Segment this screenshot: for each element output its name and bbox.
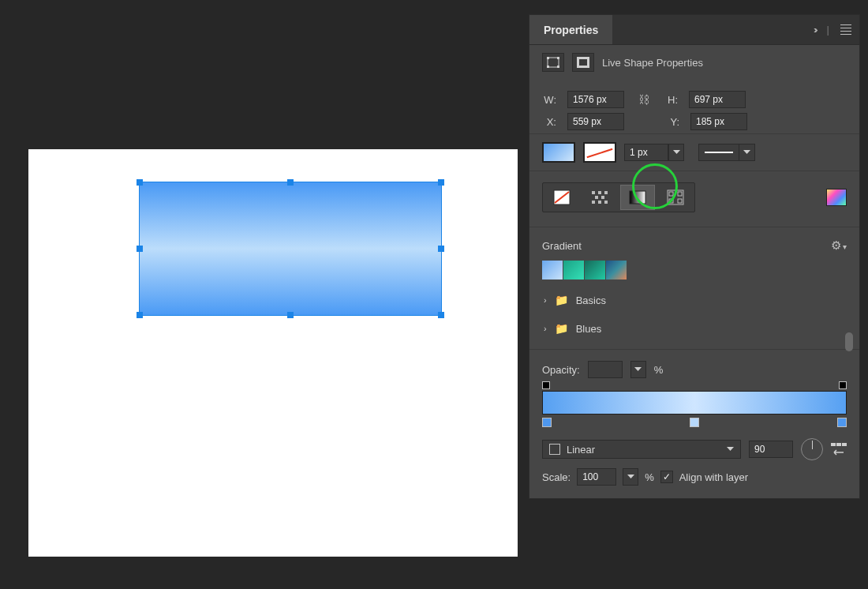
gradient-fill-button[interactable] <box>620 185 655 210</box>
workspace <box>0 0 529 589</box>
chevron-right-icon: › <box>544 324 547 333</box>
gradient-preset[interactable] <box>585 261 605 279</box>
color-picker-button[interactable] <box>826 189 847 206</box>
x-input[interactable]: 559 px <box>567 113 624 130</box>
gradient-type-label: Linear <box>567 444 595 456</box>
stroke-style-dropdown[interactable] <box>739 144 755 161</box>
y-input[interactable]: 185 px <box>690 113 747 130</box>
resize-handle[interactable] <box>438 246 444 252</box>
resize-handle[interactable] <box>438 312 444 318</box>
color-stop-right[interactable] <box>837 418 847 427</box>
gradient-section-label: Gradient <box>542 240 582 252</box>
svg-rect-20 <box>678 192 682 196</box>
fill-type-row <box>529 171 859 227</box>
svg-rect-16 <box>604 201 608 204</box>
chevron-down-icon <box>743 150 750 155</box>
pattern-fill-button[interactable] <box>658 185 693 210</box>
shape-mask-icon[interactable] <box>572 53 594 72</box>
svg-rect-10 <box>598 191 601 194</box>
scale-input[interactable]: 100 <box>577 468 616 486</box>
svg-rect-15 <box>598 201 601 204</box>
resize-handle[interactable] <box>137 179 143 186</box>
bounding-box-icon[interactable] <box>542 53 564 72</box>
stroke-width-input[interactable]: 1 px <box>624 144 668 161</box>
angle-dial[interactable] <box>801 438 823 460</box>
width-height-row: W: 1576 px ⛓ H: 697 px <box>529 80 859 111</box>
resize-handle[interactable] <box>137 312 143 318</box>
opacity-row: Opacity: % <box>529 349 859 381</box>
link-wh-icon[interactable]: ⛓ <box>638 93 649 106</box>
no-fill-button[interactable] <box>544 185 579 210</box>
reverse-gradient-icon[interactable] <box>831 441 847 458</box>
folder-label: Blues <box>576 323 602 335</box>
panel-titlebar: Properties ›› | <box>529 15 859 45</box>
svg-rect-2 <box>557 57 559 59</box>
svg-rect-6 <box>579 59 587 66</box>
opacity-stop-right[interactable] <box>839 381 847 389</box>
svg-rect-1 <box>547 57 549 59</box>
linear-icon <box>549 444 560 455</box>
height-input[interactable]: 697 px <box>689 91 746 108</box>
stroke-swatch[interactable] <box>583 142 616 163</box>
width-label: W: <box>542 94 556 106</box>
gradient-preset[interactable] <box>542 261 563 279</box>
opacity-unit: % <box>654 364 664 376</box>
gradient-editor <box>529 381 859 427</box>
svg-rect-23 <box>831 443 836 446</box>
svg-rect-25 <box>842 443 847 446</box>
shape-header-row: Live Shape Properties <box>529 45 859 80</box>
svg-rect-14 <box>592 201 595 204</box>
scale-row: Scale: 100 % ✓ Align with layer <box>529 468 859 498</box>
y-label: Y: <box>665 116 679 128</box>
panel-menu-icon[interactable] <box>840 24 851 35</box>
folder-icon: 📁 <box>555 322 568 335</box>
gradient-angle-input[interactable]: 90 <box>749 441 793 458</box>
svg-rect-18 <box>668 190 683 204</box>
gradient-bar[interactable] <box>542 391 847 415</box>
opacity-label: Opacity: <box>542 364 580 376</box>
gradient-folder-blues[interactable]: › 📁 Blues <box>531 314 850 343</box>
resize-handle[interactable] <box>287 312 294 318</box>
panel-divider: | <box>827 24 829 36</box>
properties-panel: Properties ›› | Live Shape Properties W:… <box>529 14 860 499</box>
properties-tab[interactable]: Properties <box>529 15 612 44</box>
svg-rect-22 <box>678 199 682 203</box>
fill-swatch[interactable] <box>542 142 575 163</box>
resize-handle[interactable] <box>438 179 444 186</box>
opacity-input[interactable] <box>588 361 623 378</box>
gradient-type-select[interactable]: Linear <box>542 440 741 459</box>
stroke-width-dropdown[interactable] <box>668 144 684 161</box>
resize-handle[interactable] <box>137 246 143 252</box>
x-label: X: <box>542 116 556 128</box>
height-label: H: <box>664 94 678 106</box>
color-stop-left[interactable] <box>542 418 552 427</box>
scale-dropdown[interactable] <box>623 468 638 486</box>
chevron-down-icon <box>727 447 734 452</box>
resize-handle[interactable] <box>287 179 294 186</box>
svg-rect-21 <box>669 199 673 203</box>
opacity-dropdown[interactable] <box>630 361 646 378</box>
opacity-stop-left[interactable] <box>542 381 550 389</box>
chevron-right-icon: › <box>544 295 547 305</box>
svg-rect-24 <box>836 443 841 446</box>
svg-rect-9 <box>592 191 595 194</box>
gradient-preset[interactable] <box>606 261 627 279</box>
chevron-down-icon <box>673 150 680 155</box>
svg-rect-0 <box>548 58 559 67</box>
gradient-folder-basics[interactable]: › 📁 Basics <box>531 286 850 314</box>
stroke-style-preview[interactable] <box>698 144 739 161</box>
selected-rectangle-shape[interactable] <box>139 182 442 316</box>
scale-unit: % <box>645 471 654 483</box>
canvas[interactable] <box>28 149 518 557</box>
solid-fill-button[interactable] <box>582 185 617 210</box>
collapse-panel-icon[interactable]: ›› <box>814 24 816 36</box>
align-with-layer-label: Align with layer <box>679 471 748 483</box>
chevron-down-icon <box>627 475 634 479</box>
svg-rect-13 <box>601 196 604 199</box>
align-with-layer-checkbox[interactable]: ✓ <box>660 471 673 483</box>
color-stop-mid[interactable] <box>690 418 699 427</box>
scrollbar-thumb[interactable] <box>845 332 853 351</box>
gradient-settings-gear-icon[interactable]: ⚙▾ <box>831 238 847 253</box>
width-input[interactable]: 1576 px <box>567 91 624 108</box>
gradient-preset[interactable] <box>563 261 584 279</box>
